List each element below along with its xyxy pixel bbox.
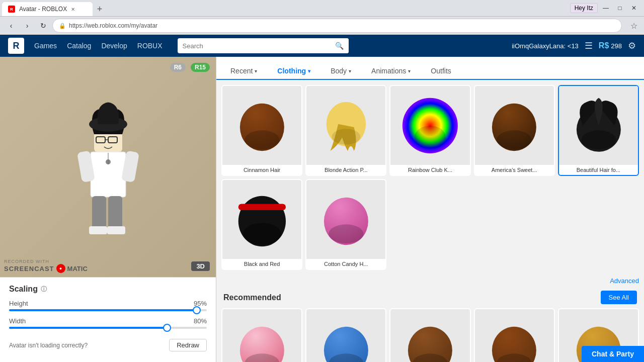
category-tabs: Recent ▾ Clothing ▾ Body ▾ Animations ▾ … [216,57,644,80]
nav-catalog[interactable]: Catalog [67,42,91,50]
item-card-blonde[interactable]: Blonde Action P... [305,85,386,176]
search-input[interactable] [178,42,331,50]
item-card-beautiful[interactable]: Beautiful Hair fo... [558,85,639,176]
height-scale-row: Height 95% [9,300,207,311]
item-label-americas: America's Sweet... [475,165,554,175]
tab-recent[interactable]: Recent ▾ [220,63,267,79]
screencast-recorded: RECORDED WITH [4,259,88,264]
tab-outfits[interactable]: Outfits [421,63,461,79]
redraw-btn[interactable]: Redraw [169,339,207,351]
item-card-rainbow[interactable]: Rainbow Club K... [389,85,470,176]
tab-clothing[interactable]: Clothing ▾ [267,63,320,80]
height-slider-fill [9,309,197,311]
svg-point-15 [245,130,279,149]
forward-btn[interactable]: › [20,19,34,33]
recent-items-grid: Cinnamon Hair Blonde Action P... Rainbow… [221,85,639,270]
width-scale-row: Width 80% [9,317,207,329]
r15-badge[interactable]: R15 [191,63,210,72]
nav-games[interactable]: Games [34,42,57,50]
chevron-down-icon: ▾ [349,68,351,74]
tab-animations[interactable]: Animations ▾ [361,63,421,79]
item-card-blackred[interactable]: Black and Red [221,179,302,270]
scaling-info-icon[interactable]: ⓘ [41,285,47,294]
item-label-rainbow: Rainbow Club K... [390,165,469,175]
nav-menu-icon[interactable]: ☰ [585,40,593,51]
screencast-name: SCREENCAST [4,265,54,273]
item-thumb-americas [475,86,554,165]
svg-point-21 [497,130,532,149]
search-bar[interactable]: 🔍 [178,38,349,53]
item-label-cinnamon: Cinnamon Hair [222,165,301,175]
search-btn[interactable]: 🔍 [331,38,349,53]
hey-badge: Hey Itz [570,3,598,13]
minimize-btn[interactable]: — [600,2,612,14]
chat-party-btn[interactable]: Chat & Party [582,346,644,362]
roblox-logo[interactable]: R [8,38,24,54]
height-label: Height [9,300,28,307]
svg-rect-10 [107,226,125,234]
item-thumb-cinnamon [222,86,301,165]
nav-robux[interactable]: ROBUX [137,42,163,50]
lock-icon: 🔒 [59,23,66,29]
rec-item-thumb-spring [475,309,554,362]
scaling-panel: Scaling ⓘ Height 95% Width 80% [0,277,216,362]
screencast-icon: ● [56,264,65,273]
svg-point-17 [332,129,360,144]
rec-item-thumb-messy [390,309,469,362]
close-btn[interactable]: ✕ [628,2,640,14]
width-slider-fill [9,327,167,329]
recommended-items-grid: Strawberry Ice C... Animazing Hair Messy… [221,308,639,362]
height-slider-thumb[interactable] [193,306,201,314]
back-btn[interactable]: ‹ [4,19,18,33]
svg-rect-7 [92,196,106,231]
advanced-link[interactable]: Advanced [221,275,639,287]
bookmark-btn[interactable]: ☆ [628,20,640,32]
robux-icon: R$ [599,41,609,50]
item-thumb-beautiful [559,86,638,165]
rec-item-card-strawberry[interactable]: Strawberry Ice C... [221,308,302,362]
maximize-btn[interactable]: □ [614,2,626,14]
robux-badge[interactable]: R$ 298 [599,41,622,50]
rec-item-card-messy[interactable]: Messy Hair [389,308,470,362]
chevron-down-icon: ▾ [255,68,257,74]
screencast-suffix: MATIC [67,265,88,273]
robux-amount: 298 [611,42,622,50]
item-card-americas[interactable]: America's Sweet... [474,85,555,176]
item-label-blackred: Black and Red [222,259,301,269]
new-tab-btn[interactable]: + [93,2,107,16]
rec-item-card-animazing[interactable]: Animazing Hair [305,308,386,362]
settings-icon[interactable]: ⚙ [628,40,636,51]
svg-rect-8 [108,196,122,231]
width-slider-thumb[interactable] [163,324,171,332]
item-label-blonde: Blonde Action P... [306,165,385,175]
item-card-cotton[interactable]: Cotton Candy H... [305,179,386,270]
item-thumb-blonde [306,86,385,165]
rec-item-thumb-animazing [306,309,385,362]
height-slider-track [9,309,207,311]
tab-close-btn[interactable]: ✕ [71,7,75,12]
browser-tab[interactable]: R Avatar - ROBLOX ✕ [2,2,93,16]
item-card-cinnamon[interactable]: Cinnamon Hair [221,85,302,176]
avatar-viewport: R6 R15 [0,57,216,277]
item-label-cotton: Cotton Candy H... [306,259,385,269]
tab-favicon: R [8,6,15,13]
item-thumb-blackred [222,180,301,259]
tab-body[interactable]: Body ▾ [320,63,361,79]
rec-item-card-spring[interactable]: Spring Flowers ... [474,308,555,362]
see-all-btn[interactable]: See All [601,291,637,304]
nav-develop[interactable]: Develop [101,42,127,50]
screencast-area: RECORDED WITH SCREENCAST ● MATIC [4,259,88,273]
width-value: 80% [194,317,207,325]
svg-rect-25 [238,204,285,210]
reload-btn[interactable]: ↻ [36,19,50,33]
r6-badge[interactable]: R6 [170,63,186,72]
svg-point-23 [581,130,616,149]
items-area: Cinnamon Hair Blonde Action P... Rainbow… [216,80,644,362]
view-3d-badge[interactable]: 3D [191,261,210,271]
svg-point-19 [415,126,446,149]
svg-point-28 [329,224,363,243]
recommended-header: Recommended See All [221,287,639,308]
scaling-title-text: Scaling [9,285,38,294]
address-bar[interactable]: 🔒 https://web.roblox.com/my/avatar [52,19,622,33]
chevron-down-icon: ▾ [408,68,411,74]
